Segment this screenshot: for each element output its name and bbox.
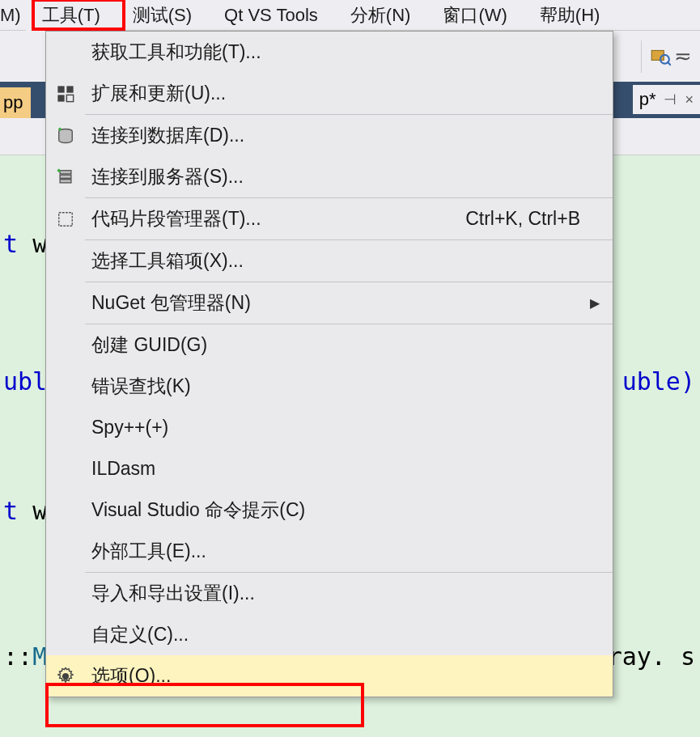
- menu-item-label: 导入和导出设置(I)...: [85, 581, 613, 606]
- gear-icon: [46, 667, 85, 685]
- menu-item-customize[interactable]: 自定义(C)...: [46, 614, 613, 655]
- svg-rect-11: [60, 170, 71, 173]
- menu-item-label: 连接到服务器(S)...: [85, 164, 613, 189]
- close-icon[interactable]: ×: [685, 91, 694, 108]
- menu-item-get-tools-and-features[interactable]: 获取工具和功能(T)...: [46, 32, 613, 73]
- menu-item-code-snippets-manager[interactable]: 代码片段管理器(T)...Ctrl+K, Ctrl+B: [46, 198, 613, 239]
- menu-item-window[interactable]: 窗口(W): [426, 0, 523, 31]
- code-text: ::: [3, 642, 32, 671]
- svg-line-2: [668, 61, 671, 65]
- menu-item-nuget-package-manager[interactable]: NuGet 包管理器(N)▶: [46, 282, 613, 324]
- menu-item-shortcut: Ctrl+K, Ctrl+B: [465, 208, 613, 230]
- menu-item-label: 扩展和更新(U)...: [85, 81, 613, 106]
- menu-item-help[interactable]: 帮助(H): [524, 0, 617, 31]
- pin-icon[interactable]: ⊣: [664, 91, 677, 108]
- menu-item-label: 选项(O)...: [85, 663, 613, 688]
- menu-item-label: Spy++(+): [85, 417, 613, 438]
- code-text: uble): [622, 367, 695, 396]
- extensions-icon: [46, 85, 85, 103]
- database-icon: [46, 127, 85, 145]
- menu-item-create-guid[interactable]: 创建 GUID(G): [46, 324, 613, 366]
- menu-item-label: ILDasm: [85, 458, 613, 480]
- document-tab-right-partial[interactable]: p* ⊣ ×: [633, 85, 700, 114]
- menu-item-partial[interactable]: M): [0, 2, 26, 29]
- code-text: t: [3, 497, 32, 525]
- svg-rect-17: [59, 212, 73, 226]
- svg-rect-6: [66, 95, 73, 101]
- menu-item-label: 获取工具和功能(T)...: [85, 40, 613, 65]
- menu-item-error-lookup[interactable]: 错误查找(K): [46, 366, 613, 407]
- menu-item-label: Visual Studio 命令提示(C): [85, 498, 613, 523]
- menu-item-import-export-settings[interactable]: 导入和导出设置(I)...: [46, 573, 613, 614]
- menu-item-label: NuGet 包管理器(N): [85, 290, 613, 316]
- svg-rect-5: [57, 95, 64, 101]
- svg-rect-3: [57, 86, 64, 92]
- code-text: t: [3, 230, 32, 258]
- menu-item-label: 代码片段管理器(T)...: [85, 206, 465, 231]
- menu-item-options[interactable]: 选项(O)...: [46, 655, 613, 697]
- document-tab-active-partial[interactable]: pp: [0, 87, 31, 118]
- tools-dropdown-menu: 获取工具和功能(T)...扩展和更新(U)...连接到数据库(D)...连接到服…: [45, 31, 613, 697]
- menu-item-spy-plus-plus[interactable]: Spy++(+): [46, 407, 613, 448]
- svg-rect-4: [66, 86, 73, 92]
- tab-label: p*: [639, 89, 656, 110]
- menu-item-connect-to-server[interactable]: 连接到服务器(S)...: [46, 156, 613, 197]
- search-icon[interactable]: [650, 46, 671, 67]
- code-text: ubl: [3, 367, 47, 396]
- menu-item-qt-vs-tools[interactable]: Qt VS Tools: [208, 2, 334, 29]
- menu-item-label: 错误查找(K): [85, 374, 613, 399]
- snippet-icon: [46, 210, 85, 228]
- menu-item-label: 连接到数据库(D)...: [85, 123, 613, 148]
- menu-item-ildasm[interactable]: ILDasm: [46, 448, 613, 489]
- svg-rect-13: [60, 179, 71, 182]
- menu-item-analyze[interactable]: 分析(N): [334, 0, 427, 31]
- menu-item-test[interactable]: 测试(S): [117, 0, 208, 31]
- menu-item-vs-command-prompt[interactable]: Visual Studio 命令提示(C): [46, 489, 613, 531]
- menu-item-external-tools[interactable]: 外部工具(E)...: [46, 531, 613, 572]
- menu-item-label: 创建 GUID(G): [85, 332, 613, 358]
- menu-item-label: 选择工具箱项(X)...: [85, 248, 613, 273]
- code-text: ray. s: [608, 642, 695, 671]
- menu-bar: M) 工具(T) 测试(S) Qt VS Tools 分析(N) 窗口(W) 帮…: [0, 0, 700, 31]
- svg-rect-12: [60, 175, 71, 178]
- menu-item-tools[interactable]: 工具(T): [26, 0, 117, 31]
- toolbar-separator: [641, 40, 642, 73]
- menu-item-extensions-and-updates[interactable]: 扩展和更新(U)...: [46, 73, 613, 114]
- submenu-arrow-icon: ▶: [590, 295, 600, 311]
- menu-item-connect-to-database[interactable]: 连接到数据库(D)...: [46, 115, 613, 156]
- menu-item-label: 自定义(C)...: [85, 622, 613, 647]
- server-icon: [46, 168, 85, 186]
- toolbar-overflow-icon[interactable]: ≂: [674, 44, 692, 69]
- menu-item-label: 外部工具(E)...: [85, 539, 613, 564]
- menu-item-choose-toolbox-items[interactable]: 选择工具箱项(X)...: [46, 240, 613, 282]
